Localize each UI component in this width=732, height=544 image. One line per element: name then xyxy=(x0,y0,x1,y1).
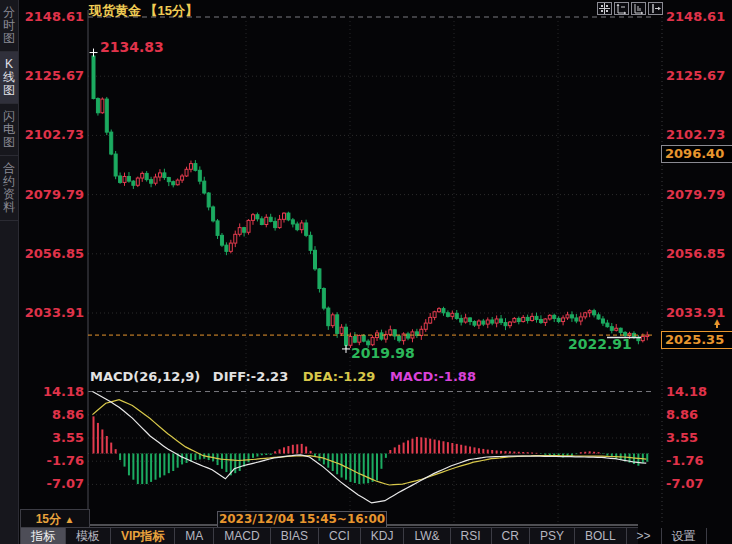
candle-body xyxy=(327,308,330,326)
tab-kdj[interactable]: KDJ xyxy=(361,528,405,544)
tab-psy[interactable]: PSY xyxy=(530,528,575,544)
tab-cci[interactable]: CCI xyxy=(319,528,361,544)
candle-body xyxy=(424,323,427,329)
pan-crosshair-icon[interactable] xyxy=(597,2,612,15)
axis-tick-label: 2056.85 xyxy=(666,246,725,261)
candle-body xyxy=(243,228,246,233)
candle-body xyxy=(508,322,511,326)
tab-more[interactable]: >> xyxy=(627,528,662,544)
candle-body xyxy=(539,319,542,322)
axis-tick-label: 3.55 xyxy=(52,430,84,445)
candle-body xyxy=(314,250,317,269)
axis-tick-label: 2148.61 xyxy=(25,9,84,24)
zoom-vertical-axis-icon[interactable] xyxy=(631,2,646,15)
candle-body xyxy=(158,173,161,177)
candle-body xyxy=(136,178,139,185)
candle-body xyxy=(92,56,95,99)
candle-body xyxy=(238,228,241,235)
candle-body xyxy=(584,313,587,317)
candle-body xyxy=(256,215,259,219)
candle-body xyxy=(336,315,339,334)
candle-body xyxy=(486,320,489,324)
tab-lwr[interactable]: LW& xyxy=(404,528,450,544)
zoom-horizontal-axis-icon[interactable] xyxy=(614,2,629,15)
candle-body xyxy=(123,177,126,183)
axis-tick-label: 2125.67 xyxy=(25,68,84,83)
candle-body xyxy=(167,178,170,182)
tab-bias[interactable]: BIAS xyxy=(271,528,319,544)
chart-canvas[interactable]: 2148.612148.612125.672125.672102.732102.… xyxy=(0,0,732,544)
candle-body xyxy=(504,323,507,326)
candle-body xyxy=(203,181,206,193)
chart-toolbar xyxy=(597,2,663,15)
candle-body xyxy=(287,213,290,220)
candle-body xyxy=(433,312,436,318)
candle-body xyxy=(234,234,237,243)
tab-settings[interactable]: 设置 xyxy=(662,528,707,544)
candle-body xyxy=(610,327,613,331)
candle-body xyxy=(265,217,268,224)
candle-body xyxy=(526,317,529,320)
candle-body xyxy=(446,313,449,317)
candle-body xyxy=(429,317,432,323)
candle-body xyxy=(145,173,148,179)
candle-body xyxy=(119,176,122,182)
candle-body xyxy=(553,315,556,318)
candle-body xyxy=(212,207,215,221)
tab-rsi[interactable]: RSI xyxy=(451,528,492,544)
axis-tick-label: 2102.73 xyxy=(25,127,84,142)
indicator-tabbar: 指标 模板 VIP指标 MA MACD BIAS CCI KDJ LW& RSI… xyxy=(20,527,638,544)
interval-selector[interactable]: 15分 ▲ xyxy=(20,509,90,528)
candle-body xyxy=(291,220,294,224)
candle-body xyxy=(247,220,250,232)
candle-body xyxy=(220,235,223,245)
candle-body xyxy=(601,319,604,323)
candle-body xyxy=(282,213,285,219)
candle-body xyxy=(473,322,476,326)
candle-body xyxy=(438,309,441,312)
interval-label: 15分 xyxy=(36,512,61,526)
tab-macd[interactable]: MACD xyxy=(214,528,270,544)
candle-body xyxy=(491,320,494,323)
candle-body xyxy=(393,330,396,336)
candle-body xyxy=(398,336,401,341)
axis-tick-label: -1.76 xyxy=(666,453,703,468)
candle-body xyxy=(544,319,547,323)
candle-body xyxy=(296,224,299,230)
candle-body xyxy=(305,223,308,235)
candle-body xyxy=(597,315,600,319)
tab-vip-indicator[interactable]: VIP指标 xyxy=(111,528,175,544)
axis-tick-label: 2079.79 xyxy=(25,187,84,202)
candle-body xyxy=(624,332,627,335)
trading-terminal: 分时图 K线图 闪电图 合约资料 2148.612148.612125.6721… xyxy=(0,0,732,544)
candle-body xyxy=(181,176,184,180)
candle-body xyxy=(557,318,560,321)
candle-body xyxy=(562,318,565,322)
candle-body xyxy=(269,217,272,221)
candle-body xyxy=(641,337,644,341)
axis-tick-label: 2056.85 xyxy=(25,246,84,261)
candle-body xyxy=(548,315,551,319)
axis-tick-label: 2079.79 xyxy=(666,187,725,202)
tab-template[interactable]: 模板 xyxy=(66,528,111,544)
candle-body xyxy=(340,327,343,333)
candle-body xyxy=(362,335,365,341)
candle-body xyxy=(189,164,192,170)
axis-tick-label: -7.07 xyxy=(666,476,703,491)
axis-tick-label: 2148.61 xyxy=(666,9,725,24)
tab-indicator[interactable]: 指标 xyxy=(20,528,66,544)
candle-body xyxy=(420,329,423,335)
candle-body xyxy=(150,180,153,184)
candle-body xyxy=(469,318,472,322)
pan-right-icon[interactable] xyxy=(648,2,663,15)
tab-ma[interactable]: MA xyxy=(175,528,214,544)
tab-boll[interactable]: BOLL xyxy=(575,528,627,544)
candle-body xyxy=(198,170,201,181)
candle-body xyxy=(185,169,188,176)
macd-dea-value: DEA:-1.29 xyxy=(303,369,376,384)
candle-body xyxy=(593,311,596,315)
candle-body xyxy=(251,215,254,221)
tab-cr[interactable]: CR xyxy=(492,528,530,544)
candle-body xyxy=(619,328,622,332)
axis-tick-label: -7.07 xyxy=(47,476,84,491)
